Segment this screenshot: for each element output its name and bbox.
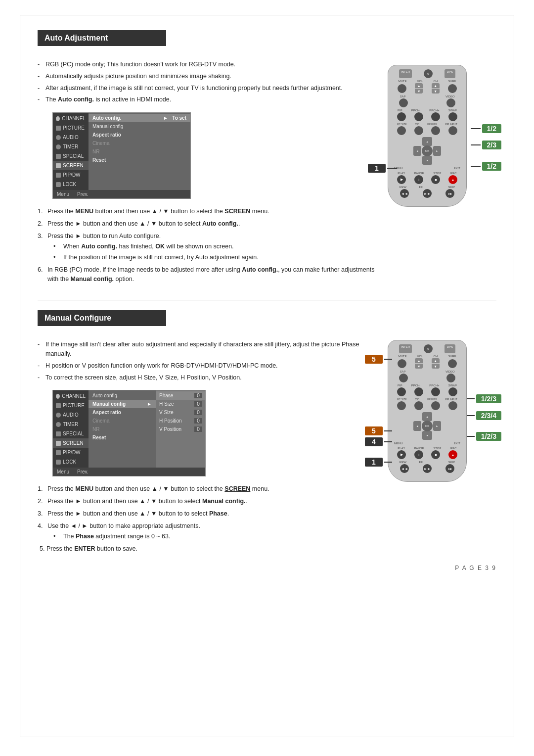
callout-left-1: 1 — [368, 164, 397, 173]
section1-content: RGB (PC) mode only; This function doesn'… — [38, 55, 496, 287]
menu-item-reset-2: Reset — [89, 433, 156, 442]
rew-labels-2: REWFFSKIP — [393, 461, 461, 464]
play-button-2[interactable]: ▶ — [397, 450, 406, 459]
rec-button[interactable]: ● — [448, 175, 457, 184]
inter-button[interactable]: INTER — [399, 69, 412, 78]
section2-header: Manual Configure — [38, 310, 496, 335]
nav-right-button[interactable]: ► — [433, 146, 441, 156]
rew-button[interactable]: ◄◄ — [400, 189, 409, 198]
sap-button[interactable] — [399, 98, 408, 107]
stop-button-2[interactable]: ■ — [431, 450, 440, 459]
cc-button-2[interactable] — [414, 401, 423, 410]
badge-12b: 1/2 — [482, 162, 501, 171]
ch-down-button-2[interactable]: ▼ — [432, 364, 440, 369]
surf-button-2[interactable] — [448, 359, 457, 368]
section1-wrapper: Auto Adjustment RGB (PC) mode only; This… — [38, 30, 496, 287]
vol-up-button[interactable]: ▲ — [415, 83, 423, 88]
section2-left: If the image still isn't clear after aut… — [38, 335, 375, 552]
swap-button-2[interactable] — [448, 387, 457, 396]
sap-button-2[interactable] — [399, 374, 408, 382]
pause-button-2[interactable]: ⏸ — [414, 450, 423, 459]
ppch-plus-button-2[interactable] — [431, 387, 440, 396]
swap-button[interactable] — [448, 112, 457, 121]
nav-center-button[interactable]: OK — [422, 145, 433, 156]
row2-labels-2: SAPVIDEO — [393, 370, 461, 373]
vol-down-button-2[interactable]: ▼ — [415, 364, 423, 369]
callout-row-l2: 5 — [365, 426, 392, 435]
dps-button-2[interactable]: DPS — [445, 344, 455, 353]
callout-row: 1/2 — [471, 162, 501, 171]
nav-left-button-2[interactable]: ◄ — [413, 421, 421, 431]
nav-section: ▲ ▼ ◄ ► OK — [393, 137, 461, 165]
pause-button[interactable]: ⏸ — [414, 175, 423, 184]
vol-down-button[interactable]: ▼ — [415, 89, 423, 94]
pip-buttons — [393, 112, 461, 121]
video-button-2[interactable] — [446, 374, 455, 382]
play-labels-2: PLAYPAUSESTOPREC — [393, 447, 461, 450]
nav-down-button-2[interactable]: ▼ — [422, 431, 432, 440]
callout-left-2d: 1 — [365, 458, 392, 467]
step-item: Press the MENU button and then use ▲ / ▼… — [38, 207, 375, 216]
freeze-button-2[interactable] — [431, 401, 440, 410]
freeze-button[interactable] — [431, 126, 440, 135]
nav-down-button[interactable]: ▼ — [422, 156, 432, 165]
pipinput-button[interactable] — [448, 126, 457, 135]
zero-button[interactable]: 0 — [424, 69, 433, 78]
play-button[interactable]: ▶ — [397, 175, 406, 184]
ch-up-button-2[interactable]: ▲ — [432, 358, 440, 363]
dps-button[interactable]: DPS — [445, 69, 455, 78]
subpanel-hsize: H Size0 — [156, 400, 205, 408]
section2-wrapper: Manual Configure If the image still isn'… — [38, 310, 496, 552]
mute-button-2[interactable] — [398, 359, 406, 368]
nav-center-button-2[interactable]: OK — [422, 421, 433, 431]
surf-button[interactable] — [448, 84, 457, 93]
pipdw-icon-2 — [56, 450, 61, 455]
sidebar-picture-2: PICTURE — [53, 401, 89, 410]
pip-button[interactable] — [397, 112, 406, 121]
badge-1: 1 — [368, 164, 386, 173]
vol-up-button-2[interactable]: ▲ — [415, 358, 423, 363]
rec-button-2[interactable]: ● — [448, 450, 457, 459]
mute-button[interactable] — [398, 84, 406, 93]
nav-up-button-2[interactable]: ▲ — [422, 412, 432, 421]
ppch-plus-button[interactable] — [431, 112, 440, 121]
special-icon-2 — [56, 431, 61, 436]
bullet-item: Automatically adjusts picture position a… — [38, 72, 375, 81]
pcsize-button[interactable] — [397, 126, 406, 135]
step-item: Press the ► button and then use ▲ / ▼ bu… — [38, 497, 375, 506]
video-button[interactable] — [446, 98, 455, 107]
pipinput-button-2[interactable] — [448, 401, 457, 410]
nav-up-button[interactable]: ▲ — [422, 137, 432, 146]
ppch-minus-button[interactable] — [414, 112, 423, 121]
pip-button-2[interactable] — [397, 387, 406, 396]
stop-button[interactable]: ■ — [431, 175, 440, 184]
picture-icon-2 — [56, 403, 61, 408]
nav-left-button[interactable]: ◄ — [413, 146, 421, 156]
sidebar-audio: AUDIO — [53, 133, 89, 142]
section2-content: If the image still isn't clear after aut… — [38, 335, 496, 552]
skip-button-2[interactable]: ⏭ — [445, 464, 454, 473]
nav-right-button-2[interactable]: ► — [433, 421, 441, 431]
pip-labels: PIPPPCH-PPCH+SWAP — [393, 109, 461, 112]
callout-row: 1/2 — [471, 124, 501, 133]
ch-down-button[interactable]: ▼ — [432, 89, 440, 94]
ppch-minus-button-2[interactable] — [414, 387, 423, 396]
ff-button-2[interactable]: ►► — [423, 464, 432, 473]
menu-item-cinema-2: Cinema — [89, 417, 156, 425]
ch-up-button[interactable]: ▲ — [432, 83, 440, 88]
zero-button-2[interactable]: 0 — [424, 344, 433, 353]
ch-up-down: ▲ ▼ — [432, 83, 440, 94]
ff-button[interactable]: ►► — [423, 189, 432, 198]
remote-2: INTER 0 DPS MUTEVOLCHSURF ▲ ▼ — [388, 340, 467, 482]
callout-line-l3 — [384, 441, 392, 442]
row2-labels: SAPVIDEO — [393, 95, 461, 98]
screen-icon — [56, 163, 61, 168]
callout-row-r2: 2/3/4 — [467, 411, 501, 420]
sub-bullets: When Auto config. has finished, OK will … — [47, 242, 375, 262]
pcsize-button-2[interactable] — [397, 401, 406, 410]
cc-button[interactable] — [414, 126, 423, 135]
inter-button-2[interactable]: INTER — [399, 344, 412, 353]
menu-subpanel-2: Phase0 H Size0 V Size0 H Position0 — [156, 390, 205, 468]
skip-button[interactable]: ⏭ — [445, 189, 454, 198]
rew-button-2[interactable]: ◄◄ — [400, 464, 409, 473]
